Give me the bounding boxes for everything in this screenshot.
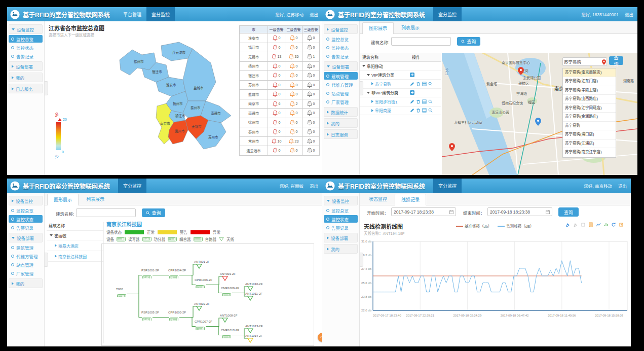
edit-icon[interactable] <box>410 108 414 113</box>
building-name-input[interactable] <box>76 208 136 217</box>
map-search-result[interactable]: 苏宁易购(金润路店) <box>563 113 616 122</box>
sidebar-collapse-handle[interactable] <box>360 253 363 267</box>
view-tab[interactable]: 列表展示 <box>395 22 426 33</box>
sidebar-group-2[interactable]: 我的 <box>9 278 43 288</box>
unmark-icon[interactable] <box>573 222 578 227</box>
map-search-result[interactable]: 苏宁易购(江东门店) <box>563 77 616 86</box>
sidebar-group-0[interactable]: 设备监控 <box>324 24 358 34</box>
alarm-table-row[interactable]: 无锡市!13!35!1 <box>240 52 320 62</box>
search-button[interactable]: 查询 <box>457 37 480 46</box>
grid-icon[interactable] <box>422 108 427 113</box>
topology-node-ANT002[interactable]: ANT002-2F <box>194 302 210 310</box>
add-icon[interactable] <box>410 73 414 77</box>
top-nav-tab[interactable]: 室分监控 <box>433 7 462 21</box>
map-search-result[interactable]: 苏宁易购(江宁同曦店) <box>563 104 616 113</box>
tree-row[interactable]: 阜阳商厦 <box>360 107 441 116</box>
top-nav-tab[interactable]: 室分监控 <box>118 179 146 193</box>
legend-item[interactable]: 基准线损（db） <box>456 223 491 229</box>
view-tab[interactable]: 图形展示 <box>362 22 394 34</box>
logout-link[interactable]: 退出 <box>310 11 318 17</box>
tree-row[interactable]: 非VIP建筑分类 <box>360 89 441 98</box>
sidebar-group-1[interactable]: 设备部署 <box>9 61 43 71</box>
topology-node-T002[interactable]: T002 <box>116 288 127 297</box>
sidebar-item[interactable]: 监控状态 <box>9 215 43 223</box>
clear-icon[interactable] <box>581 222 586 227</box>
top-nav-tab[interactable]: 室分监控 <box>146 7 175 21</box>
delete-icon[interactable] <box>416 82 421 86</box>
topology-node-CPR1004[interactable]: CPR1004-2F <box>168 269 186 278</box>
sidebar-item[interactable]: 建筑管理 <box>324 72 358 80</box>
alarm-table-row[interactable]: 徐州市!0!0!0 <box>240 118 320 128</box>
alarm-table-row[interactable]: 扬州市!0!0!0 <box>240 62 320 72</box>
tree-row[interactable]: 苏宁易购 <box>360 80 441 89</box>
sidebar-item[interactable]: 厂家管理 <box>324 98 358 106</box>
topology-node-ANT1013[interactable]: ANT1013-2F <box>245 325 263 333</box>
topology-node-ANT1011[interactable]: ANT1011-2F <box>245 292 262 300</box>
search-button[interactable]: 查询 <box>142 208 165 217</box>
data-view-icon[interactable] <box>588 222 593 227</box>
map-search-result[interactable]: 苏宁易购(浦口店) <box>563 130 616 139</box>
topology-node-ANT1008[interactable]: ANT1008-2F <box>220 314 238 322</box>
topology-node-ANT001[interactable]: ANT001-2F <box>194 260 210 268</box>
map-search-button[interactable]: 查询 <box>609 56 623 65</box>
top-nav-tab[interactable]: 室分监控 <box>433 179 462 193</box>
logout-link[interactable]: 退出 <box>625 11 633 17</box>
map-search-input[interactable] <box>562 57 607 66</box>
sidebar-item[interactable]: 代维方管理 <box>9 252 43 260</box>
logout-link[interactable]: 退出 <box>618 183 627 189</box>
map-search-result[interactable]: 苏宁易购(山西路店) <box>563 95 616 104</box>
map-search-result[interactable]: 苏宁易购(南京商贸店) <box>563 68 616 78</box>
end-time-input[interactable]: 2017-09-18 18:23:38 <box>487 207 552 216</box>
topology-node-ANT1010[interactable]: ANT1010-2F <box>245 283 263 291</box>
tree-row[interactable]: 阜阳步行街1 <box>360 97 441 107</box>
sidebar-item[interactable]: 告警记录 <box>324 52 358 60</box>
sidebar-item[interactable]: 告警记录 <box>9 224 43 231</box>
delete-icon[interactable] <box>416 108 421 113</box>
sidebar-item[interactable]: 监控总览 <box>324 206 358 214</box>
delete-icon[interactable] <box>416 99 421 104</box>
refresh-icon[interactable] <box>611 222 616 227</box>
alarm-table-row[interactable]: 南通市!0!0!0 <box>240 109 320 118</box>
sidebar-item[interactable]: 监控总览 <box>9 206 43 214</box>
logout-link[interactable]: 退出 <box>310 183 318 189</box>
alarm-table-row[interactable]: 宿迁市!0!0!0 <box>240 71 320 81</box>
alarm-table-row[interactable]: 淮安市!0!0!0 <box>240 33 320 43</box>
tree-row[interactable]: VIP建筑分类 <box>360 71 441 80</box>
sidebar-group-2[interactable]: 我的 <box>9 73 43 82</box>
sidebar-group-4[interactable]: 日志服务 <box>324 129 358 139</box>
sidebar-item[interactable]: 代维方管理 <box>324 81 358 88</box>
sidebar-collapse-handle[interactable] <box>360 81 363 95</box>
topology-node-CPR1005[interactable]: CPR1005-2F <box>168 311 186 321</box>
tree-row[interactable]: 阜阳移动 <box>360 62 441 71</box>
sidebar-item[interactable]: 监控状态 <box>324 215 358 223</box>
alarm-table-row[interactable]: 南京市!6!2!0 <box>240 99 320 109</box>
topology-node-PSR1003[interactable]: PSR1003-2F <box>141 311 159 321</box>
view-tab[interactable]: 图形展示 <box>47 194 79 205</box>
sidebar-item[interactable]: 监控状态 <box>324 44 358 51</box>
sidebar-group-0[interactable]: 设备监控 <box>324 196 358 205</box>
sidebar-group-2[interactable]: 我的 <box>324 244 358 254</box>
query-button[interactable]: 查询 <box>558 207 579 217</box>
sidebar-group-1[interactable]: 设备部署 <box>324 233 358 242</box>
search-icon[interactable] <box>428 99 433 104</box>
map-pin-red[interactable] <box>449 143 455 151</box>
search-icon[interactable] <box>428 82 433 86</box>
sidebar-group-2[interactable]: 数据统计 <box>324 107 358 117</box>
alarm-table-row[interactable]: 苏州市!0!0!0 <box>240 81 320 90</box>
topology-node-CPR1006[interactable]: CPR1006-2F <box>195 278 212 288</box>
sidebar-collapse-handle[interactable] <box>45 81 48 95</box>
sidebar-item[interactable]: 监控状态 <box>9 44 43 51</box>
view-tab[interactable]: 状态监控 <box>362 193 394 205</box>
topology-node-PSR1001[interactable]: PSR1001-2F <box>141 269 159 278</box>
sidebar-group-3[interactable]: 我的 <box>324 118 358 128</box>
sidebar-item[interactable]: 建筑管理 <box>9 243 43 251</box>
edit-icon[interactable] <box>410 99 414 104</box>
sidebar-group-1[interactable]: 设备部署 <box>324 61 358 71</box>
map-search-result[interactable]: 苏宁易购(南京江宁店) <box>563 148 616 157</box>
add-icon[interactable] <box>410 90 414 95</box>
legend-item[interactable]: 监测线损（dB） <box>498 223 534 229</box>
tree-child-row[interactable]: 丽晶大酒店 <box>47 240 103 251</box>
sidebar-group-0[interactable]: 设备监控 <box>9 24 43 34</box>
grid-icon[interactable] <box>422 82 427 86</box>
search-icon[interactable] <box>428 108 433 113</box>
